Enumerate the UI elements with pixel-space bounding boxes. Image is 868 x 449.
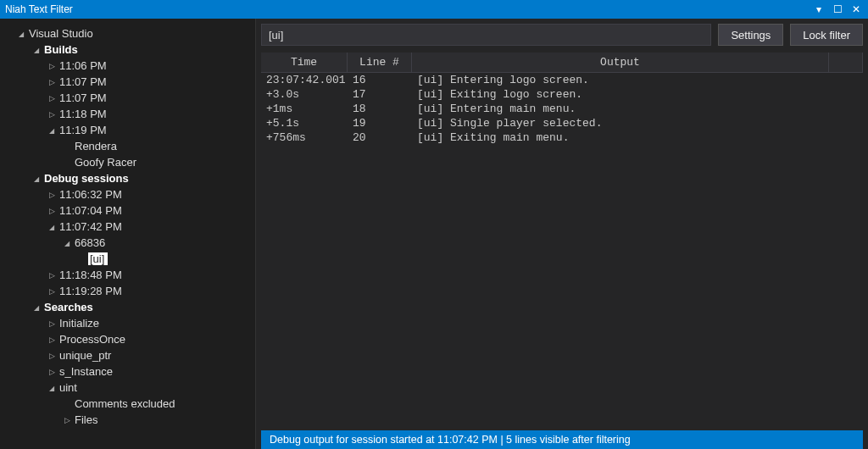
chevron-down-icon[interactable]	[31, 174, 42, 183]
chevron-right-icon[interactable]	[46, 61, 58, 70]
tree-item-label: s_Instance	[58, 365, 113, 378]
tree-item[interactable]: Files	[3, 412, 255, 428]
tree-item[interactable]: Rendera	[3, 138, 255, 154]
chevron-right-icon[interactable]	[46, 319, 58, 328]
chevron-down-icon[interactable]	[46, 383, 58, 392]
chevron-down-icon[interactable]	[61, 238, 73, 247]
chevron-right-icon[interactable]	[46, 335, 58, 344]
tree-item-label: [ui]	[88, 252, 108, 265]
col-line[interactable]: Line #	[348, 53, 412, 72]
tree-item[interactable]: 11:18:48 PM	[3, 267, 255, 283]
maximize-icon[interactable]: ☐	[831, 3, 844, 15]
status-text: Debug output for session started at 11:0…	[270, 434, 631, 446]
tree-item[interactable]: 11:18 PM	[3, 106, 255, 122]
tree-item-label: 11:18:48 PM	[58, 269, 122, 281]
tree-item[interactable]: 11:07:04 PM	[3, 202, 255, 219]
chevron-right-icon[interactable]	[46, 351, 58, 360]
tree-item-label: 11:06 PM	[58, 59, 107, 72]
cell-output: [ui] Entering logo screen.	[412, 74, 863, 86]
tree-item-label: 11:07:42 PM	[58, 220, 122, 233]
tree-item-label: Comments excluded	[73, 397, 175, 410]
tree-item[interactable]: Builds	[3, 42, 255, 58]
chevron-down-icon[interactable]	[15, 29, 27, 38]
chevron-down-icon[interactable]	[46, 125, 58, 135]
cell-output: [ui] Exiting main menu.	[412, 131, 863, 144]
log-table: Time Line # Output 23:07:42.00116[ui] En…	[261, 53, 863, 430]
tree-item[interactable]: 11:19 PM	[3, 122, 255, 138]
tree-item[interactable]: unique_ptr	[3, 347, 255, 363]
tree-item-label: 11:06:32 PM	[58, 188, 122, 201]
table-row[interactable]: 23:07:42.00116[ui] Entering logo screen.	[261, 73, 863, 87]
chevron-down-icon[interactable]	[31, 302, 42, 312]
col-spacer	[829, 53, 863, 72]
chevron-right-icon[interactable]	[46, 109, 58, 119]
tree-item-label: 11:07:04 PM	[58, 204, 122, 217]
tree-item[interactable]: Comments excluded	[3, 396, 255, 412]
status-bar: Debug output for session started at 11:0…	[261, 430, 863, 449]
tree-item[interactable]: Searches	[3, 299, 255, 315]
tree-item[interactable]: Visual Studio	[3, 25, 255, 42]
tree-item[interactable]: uint	[3, 380, 255, 396]
tree-item-label: Rendera	[73, 140, 117, 152]
tree-item-label: Searches	[42, 301, 93, 313]
table-row[interactable]: +3.0s17[ui] Exiting logo screen.	[261, 87, 863, 102]
filter-input[interactable]	[261, 24, 711, 46]
tree-item[interactable]: 11:07 PM	[3, 74, 255, 90]
chevron-down-icon[interactable]	[46, 222, 58, 231]
tree-item[interactable]: Debug sessions	[3, 170, 255, 186]
cell-time: 23:07:42.001	[261, 74, 348, 86]
tree-item[interactable]: 11:07 PM	[3, 90, 255, 106]
tree-item[interactable]: 11:19:28 PM	[3, 283, 255, 299]
chevron-right-icon[interactable]	[46, 206, 58, 215]
tree-item-label: ProcessOnce	[58, 333, 125, 346]
tree-item[interactable]: 11:06 PM	[3, 58, 255, 74]
col-output[interactable]: Output	[412, 53, 829, 72]
table-row[interactable]: +5.1s19[ui] Single player selected.	[261, 116, 863, 130]
chevron-right-icon[interactable]	[46, 190, 58, 199]
tree-item[interactable]: 11:06:32 PM	[3, 186, 255, 202]
tree-item[interactable]: ProcessOnce	[3, 331, 255, 347]
tree-item-label: 11:18 PM	[58, 108, 107, 120]
settings-button[interactable]: Settings	[718, 24, 783, 46]
tree-item-label: uint	[58, 381, 77, 394]
content-pane: Settings Lock filter Time Line # Output …	[256, 19, 868, 449]
cell-line: 19	[348, 117, 412, 130]
tree-item[interactable]: Goofy Racer	[3, 154, 255, 170]
table-row[interactable]: +756ms20[ui] Exiting main menu.	[261, 130, 863, 145]
cell-output: [ui] Single player selected.	[412, 117, 863, 130]
chevron-right-icon[interactable]	[46, 286, 58, 296]
tree-item[interactable]: Initialize	[3, 315, 255, 331]
chevron-right-icon[interactable]	[61, 415, 73, 424]
table-header: Time Line # Output	[261, 53, 863, 73]
lock-filter-button[interactable]: Lock filter	[790, 24, 863, 46]
chevron-right-icon[interactable]	[46, 367, 58, 376]
tree-item[interactable]: 66836	[3, 235, 255, 251]
close-icon[interactable]: ✕	[849, 3, 863, 15]
chevron-right-icon[interactable]	[46, 77, 58, 86]
window-title: Niah Text Filter	[5, 3, 807, 15]
cell-output: [ui] Exiting logo screen.	[412, 88, 863, 101]
cell-time: +756ms	[261, 131, 348, 144]
col-time[interactable]: Time	[261, 53, 348, 72]
toolbar: Settings Lock filter	[261, 24, 863, 46]
cell-line: 16	[348, 74, 412, 86]
tree-sidebar[interactable]: Visual StudioBuilds11:06 PM11:07 PM11:07…	[0, 19, 256, 449]
tree-item[interactable]: [ui]	[3, 251, 255, 267]
tree-item[interactable]: 11:07:42 PM	[3, 219, 255, 235]
tree-item-label: Builds	[42, 43, 78, 56]
chevron-down-icon[interactable]	[31, 45, 42, 54]
cell-line: 20	[348, 131, 412, 144]
tree-item-label: Visual Studio	[27, 27, 93, 40]
title-bar: Niah Text Filter ▾ ☐ ✕	[0, 0, 868, 19]
tree-item[interactable]: s_Instance	[3, 363, 255, 380]
tree-item-label: 11:19 PM	[58, 124, 107, 136]
tree-item-label: 11:07 PM	[58, 75, 107, 88]
dropdown-icon[interactable]: ▾	[812, 3, 826, 15]
tree-item-label: 11:19:28 PM	[58, 285, 122, 297]
cell-line: 17	[348, 88, 412, 101]
tree-item-label: Goofy Racer	[73, 156, 136, 169]
table-row[interactable]: +1ms18[ui] Entering main menu.	[261, 102, 863, 116]
chevron-right-icon[interactable]	[46, 270, 58, 280]
main: Visual StudioBuilds11:06 PM11:07 PM11:07…	[0, 19, 868, 449]
chevron-right-icon[interactable]	[46, 93, 58, 103]
